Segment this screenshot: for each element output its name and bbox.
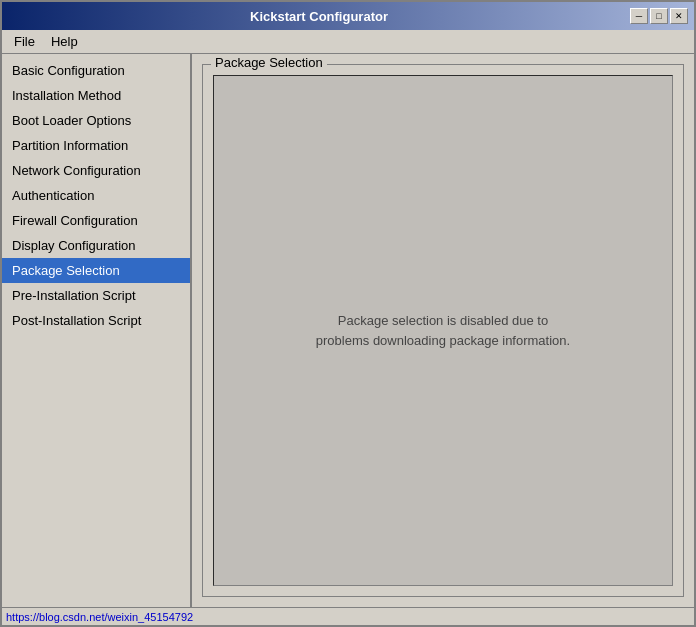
main-content: Package Selection Package selection is d… (192, 54, 694, 607)
sidebar-item-package-selection[interactable]: Package Selection (2, 258, 190, 283)
sidebar-item-authentication[interactable]: Authentication (2, 183, 190, 208)
section-frame: Package Selection Package selection is d… (202, 64, 684, 597)
section-title: Package Selection (211, 55, 327, 70)
help-menu[interactable]: Help (43, 32, 86, 51)
sidebar-item-basic-configuration[interactable]: Basic Configuration (2, 58, 190, 83)
disabled-message-line2: problems downloading package information… (316, 333, 570, 348)
disabled-message-line1: Package selection is disabled due to (338, 313, 548, 328)
status-url: https://blog.csdn.net/weixin_45154792 (6, 611, 193, 623)
sidebar-item-pre-installation-script[interactable]: Pre-Installation Script (2, 283, 190, 308)
menu-bar: File Help (2, 30, 694, 54)
sidebar-item-post-installation-script[interactable]: Post-Installation Script (2, 308, 190, 333)
close-button[interactable]: ✕ (670, 8, 688, 24)
sidebar-item-partition-information[interactable]: Partition Information (2, 133, 190, 158)
main-window: Kickstart Configurator ─ □ ✕ File Help B… (0, 0, 696, 627)
section-inner: Package selection is disabled due to pro… (213, 75, 673, 586)
content-area: Basic Configuration Installation Method … (2, 54, 694, 607)
file-menu[interactable]: File (6, 32, 43, 51)
sidebar-item-display-configuration[interactable]: Display Configuration (2, 233, 190, 258)
disabled-message: Package selection is disabled due to pro… (316, 311, 570, 350)
sidebar-item-firewall-configuration[interactable]: Firewall Configuration (2, 208, 190, 233)
window-title: Kickstart Configurator (8, 9, 630, 24)
sidebar-item-network-configuration[interactable]: Network Configuration (2, 158, 190, 183)
status-bar: https://blog.csdn.net/weixin_45154792 (2, 607, 694, 625)
sidebar-item-boot-loader-options[interactable]: Boot Loader Options (2, 108, 190, 133)
title-bar: Kickstart Configurator ─ □ ✕ (2, 2, 694, 30)
sidebar: Basic Configuration Installation Method … (2, 54, 192, 607)
window-controls: ─ □ ✕ (630, 8, 688, 24)
sidebar-item-installation-method[interactable]: Installation Method (2, 83, 190, 108)
maximize-button[interactable]: □ (650, 8, 668, 24)
minimize-button[interactable]: ─ (630, 8, 648, 24)
